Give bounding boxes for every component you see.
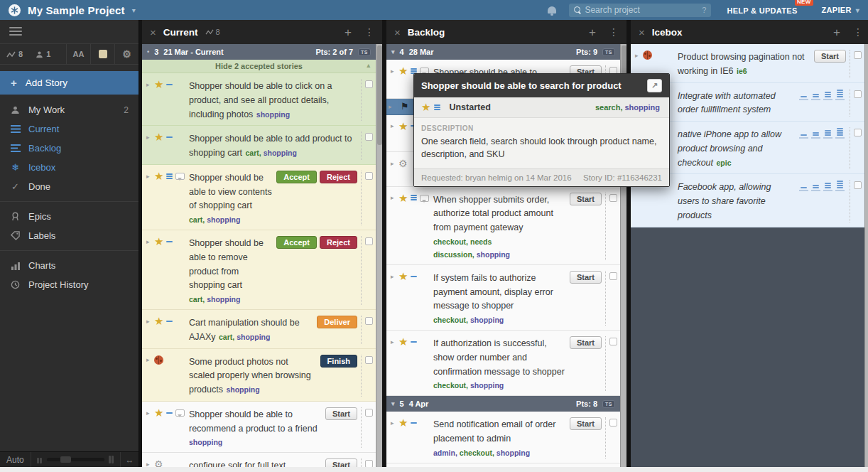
add-story-panel-icon[interactable]: + bbox=[345, 26, 352, 38]
story-checkbox[interactable] bbox=[854, 90, 862, 98]
story-label[interactable]: shopping bbox=[470, 316, 504, 324]
expander-icon[interactable]: ▸ bbox=[391, 419, 396, 427]
story-row[interactable]: ▸ Some product photos not scaled properl… bbox=[142, 349, 376, 402]
settings-gear-button[interactable]: ⚙ bbox=[114, 44, 139, 64]
story-label[interactable]: shopping bbox=[207, 215, 240, 224]
notifications-bell-icon[interactable] bbox=[548, 6, 556, 14]
estimate-3-button[interactable] bbox=[823, 92, 832, 100]
story-row[interactable]: ▸★ Cart manipulation should be AJAXy car… bbox=[142, 310, 376, 349]
velocity-indicator[interactable]: 8 bbox=[0, 44, 29, 64]
story-checkbox[interactable] bbox=[365, 460, 373, 467]
deliver-button[interactable]: Deliver bbox=[317, 316, 357, 328]
iteration-header[interactable]: ▾ 4 28 Mar Pts: 9 TS bbox=[386, 44, 620, 60]
story-checkbox[interactable] bbox=[854, 51, 862, 59]
story-label[interactable]: cart, bbox=[189, 295, 205, 304]
estimate-3-button[interactable] bbox=[823, 183, 832, 191]
start-button[interactable]: Start bbox=[325, 458, 357, 467]
panel-menu-icon[interactable]: ⋮ bbox=[853, 26, 863, 38]
accept-button[interactable]: Accept bbox=[276, 236, 317, 249]
story-label[interactable]: checkout, bbox=[433, 316, 468, 324]
estimate-4-button[interactable] bbox=[835, 181, 845, 191]
story-checkbox[interactable] bbox=[365, 317, 373, 325]
story-label[interactable]: search, bbox=[595, 103, 623, 112]
finish-button[interactable]: Finish bbox=[320, 355, 357, 368]
expander-icon[interactable]: ▸ bbox=[389, 103, 394, 110]
sidebar-item-epics[interactable]: Epics bbox=[0, 207, 139, 226]
story-row[interactable]: ▸★ Shopper should be able to remove prod… bbox=[142, 230, 376, 310]
story-checkbox[interactable] bbox=[609, 194, 617, 202]
story-checkbox[interactable] bbox=[609, 419, 617, 427]
iteration-header[interactable]: ▾ 5 4 Apr Pts: 8 TS bbox=[386, 396, 620, 412]
story-checkbox[interactable] bbox=[854, 129, 862, 136]
width-slider-track[interactable] bbox=[47, 458, 104, 461]
expander-icon[interactable]: ▸ bbox=[391, 194, 396, 201]
story-label[interactable]: epic bbox=[716, 159, 731, 167]
story-label[interactable]: shopping bbox=[226, 385, 259, 394]
caret-down-icon[interactable]: ▾ bbox=[391, 48, 395, 55]
open-story-button[interactable]: ↗ bbox=[647, 79, 662, 92]
iteration-header[interactable]: • 3 21 Mar - Current Pts: 2 of 7 TS bbox=[142, 44, 376, 60]
add-story-button[interactable]: + Add Story bbox=[0, 71, 139, 95]
story-checkbox[interactable] bbox=[365, 409, 373, 417]
story-label[interactable]: admin, bbox=[433, 449, 457, 457]
help-updates-link[interactable]: HELP & UPDATES NEW bbox=[727, 4, 797, 16]
story-label[interactable]: shopping bbox=[207, 295, 240, 304]
sidebar-item-charts[interactable]: Charts bbox=[0, 256, 139, 275]
estimate-4-button[interactable] bbox=[835, 128, 845, 139]
story-checkbox[interactable] bbox=[609, 338, 617, 345]
story-checkbox[interactable] bbox=[365, 80, 373, 88]
expander-icon[interactable]: ▸ bbox=[391, 338, 396, 345]
story-row[interactable]: ▸★ Send notification email of order plac… bbox=[386, 412, 620, 463]
start-button[interactable]: Start bbox=[570, 336, 602, 349]
expander-icon[interactable]: ▸ bbox=[391, 273, 396, 280]
estimate-2-button[interactable] bbox=[811, 185, 820, 191]
story-row[interactable]: ▸★ Shopper should be able to view conten… bbox=[142, 165, 376, 230]
zapier-menu[interactable]: ZAPIER ▾ bbox=[822, 6, 859, 14]
story-label[interactable]: shopping bbox=[477, 250, 510, 259]
story-label[interactable]: checkout, bbox=[433, 237, 468, 246]
story-row[interactable]: ▸⚙ configure solr for full text searchin… bbox=[142, 453, 376, 467]
close-panel-icon[interactable]: × bbox=[639, 27, 645, 38]
estimate-1-button[interactable] bbox=[799, 187, 808, 191]
story-row[interactable]: ▸★ Shopper should be able to click on a … bbox=[142, 73, 376, 126]
start-button[interactable]: Start bbox=[570, 271, 602, 284]
story-label[interactable]: shopping bbox=[497, 449, 530, 457]
start-button[interactable]: Start bbox=[570, 193, 602, 205]
add-story-panel-icon[interactable]: + bbox=[589, 26, 596, 38]
expander-icon[interactable]: ▸ bbox=[391, 122, 396, 129]
story-label[interactable]: cart, bbox=[189, 215, 205, 224]
sidebar-item-my-work[interactable]: My Work 2 bbox=[0, 100, 139, 119]
expand-panels-button[interactable]: ↔ bbox=[120, 452, 139, 467]
sidebar-item-project-history[interactable]: Project History bbox=[0, 275, 139, 294]
story-row[interactable]: ▸★ Shopper should be able to add product… bbox=[142, 126, 376, 165]
tracker-logo-icon[interactable] bbox=[9, 4, 21, 16]
sidebar-item-labels[interactable]: Labels bbox=[0, 226, 139, 245]
sidebar-item-current[interactable]: Current bbox=[0, 119, 139, 139]
start-button[interactable]: Start bbox=[814, 50, 846, 63]
auto-width-button[interactable]: Auto bbox=[0, 452, 31, 467]
expander-icon[interactable]: ▸ bbox=[146, 409, 151, 417]
estimate-1-button[interactable] bbox=[799, 134, 808, 139]
story-checkbox[interactable] bbox=[854, 181, 862, 189]
story-label[interactable]: shopping bbox=[470, 381, 504, 390]
expander-icon[interactable]: ▸ bbox=[146, 318, 151, 325]
start-button[interactable]: Start bbox=[570, 417, 602, 430]
story-checkbox[interactable] bbox=[365, 356, 373, 364]
panel-scrollbar[interactable] bbox=[376, 44, 382, 467]
story-label[interactable]: ie6 bbox=[737, 67, 747, 75]
panel-width-slider[interactable] bbox=[31, 452, 120, 467]
search-input[interactable] bbox=[585, 5, 698, 15]
story-label[interactable]: shopping bbox=[264, 149, 297, 157]
sidebar-item-done[interactable]: ✓ Done bbox=[0, 177, 139, 196]
start-button[interactable]: Start bbox=[325, 407, 357, 420]
expander-icon[interactable]: ▸ bbox=[146, 238, 151, 245]
expander-icon[interactable]: ▸ bbox=[146, 356, 151, 363]
story-label[interactable]: cart, bbox=[246, 149, 261, 157]
search-box[interactable]: ? bbox=[569, 4, 711, 17]
expander-icon[interactable]: ▸ bbox=[146, 173, 151, 180]
expander-icon[interactable]: ▸ bbox=[146, 461, 151, 467]
story-checkbox[interactable] bbox=[365, 237, 373, 245]
close-panel-icon[interactable]: × bbox=[150, 27, 156, 38]
panel-menu-icon[interactable]: ⋮ bbox=[364, 26, 374, 38]
story-checkbox[interactable] bbox=[365, 172, 373, 180]
